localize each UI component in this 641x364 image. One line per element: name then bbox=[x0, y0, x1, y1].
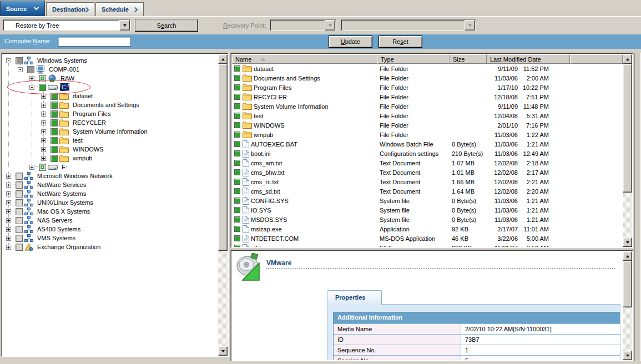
scroll-up-button[interactable] bbox=[218, 54, 228, 64]
tree-item-label[interactable]: wmpub bbox=[71, 154, 94, 162]
file-list-scrollbar[interactable] bbox=[623, 54, 632, 247]
file-name[interactable]: ntldr bbox=[251, 245, 263, 247]
file-name[interactable]: cms_am.txt bbox=[251, 160, 282, 166]
tree-scrollbar[interactable] bbox=[218, 54, 228, 356]
file-name[interactable]: cms_bhw.txt bbox=[251, 169, 285, 176]
expand-icon[interactable]: + bbox=[6, 218, 11, 223]
row-checkbox[interactable] bbox=[234, 150, 240, 156]
row-checkbox[interactable] bbox=[234, 141, 240, 147]
file-row[interactable]: Program FilesFile Folder1/17/1010:22 PM bbox=[232, 83, 623, 92]
tree-item-label[interactable]: WINDOWS bbox=[71, 145, 105, 153]
tree-item[interactable]: +wmpub bbox=[3, 154, 218, 163]
tree-item-label[interactable]: UNIX/Linux Systems bbox=[36, 199, 95, 206]
row-checkbox[interactable] bbox=[234, 235, 240, 241]
row-checkbox[interactable] bbox=[234, 113, 240, 119]
file-row[interactable]: msizap.exeApplication92 KB2/17/0711:01 A… bbox=[232, 224, 623, 234]
tab-source[interactable]: Source bbox=[0, 1, 45, 16]
file-name[interactable]: cms_rc.txt bbox=[251, 179, 279, 185]
tree-checkbox[interactable] bbox=[39, 164, 46, 171]
tree-item-label[interactable]: NAS Servers bbox=[36, 216, 74, 224]
tree-checkbox[interactable] bbox=[51, 137, 58, 144]
expand-icon[interactable]: + bbox=[41, 147, 46, 152]
details-scrollbar[interactable] bbox=[623, 251, 632, 360]
tree-checkbox[interactable] bbox=[16, 226, 23, 233]
update-button[interactable]: Update bbox=[329, 36, 372, 48]
expand-icon[interactable]: + bbox=[41, 156, 46, 161]
tree-item-label[interactable]: C: bbox=[60, 83, 69, 91]
row-checkbox[interactable] bbox=[234, 160, 240, 166]
file-row[interactable]: CONFIG.SYSSystem file0 Byte(s)11/03/061:… bbox=[232, 196, 623, 205]
file-name[interactable]: test bbox=[254, 113, 264, 119]
scroll-thumb[interactable] bbox=[623, 64, 632, 193]
restore-mode-select[interactable]: Restore by Tree bbox=[3, 19, 131, 31]
collapse-icon[interactable]: - bbox=[29, 85, 34, 90]
scroll-down-button[interactable] bbox=[218, 346, 228, 356]
tree-checkbox[interactable] bbox=[16, 57, 23, 64]
scroll-track[interactable] bbox=[623, 261, 632, 351]
row-checkbox[interactable] bbox=[234, 65, 240, 72]
row-checkbox[interactable] bbox=[234, 169, 240, 175]
expand-icon[interactable]: + bbox=[6, 209, 11, 214]
tree-checkbox[interactable] bbox=[16, 173, 23, 180]
tree-item[interactable]: +RAW bbox=[3, 74, 218, 83]
expand-icon[interactable]: + bbox=[6, 200, 11, 205]
tree-item[interactable]: +E: bbox=[3, 163, 218, 171]
scroll-down-button[interactable] bbox=[623, 237, 632, 247]
tree-item[interactable]: +Program Files bbox=[3, 109, 218, 118]
file-row[interactable]: ntldrFILE292 KB11/01/078:52 AM bbox=[232, 243, 623, 247]
row-checkbox[interactable] bbox=[234, 103, 240, 109]
tree-checkbox[interactable] bbox=[16, 217, 23, 224]
row-checkbox[interactable] bbox=[234, 226, 240, 232]
scroll-track[interactable] bbox=[623, 64, 632, 237]
expand-icon[interactable]: + bbox=[6, 174, 11, 179]
column-header-size[interactable]: Size bbox=[450, 54, 487, 64]
file-row[interactable]: testFile Folder12/04/085:31 AM bbox=[232, 111, 623, 120]
expand-icon[interactable]: + bbox=[29, 76, 34, 81]
scroll-thumb[interactable] bbox=[218, 64, 228, 251]
expand-icon[interactable]: + bbox=[6, 245, 11, 250]
tree-checkbox[interactable] bbox=[51, 128, 58, 135]
row-checkbox[interactable] bbox=[234, 132, 240, 138]
file-name[interactable]: IO.SYS bbox=[251, 207, 271, 214]
tree-checkbox[interactable] bbox=[16, 208, 23, 215]
tree-checkbox[interactable] bbox=[51, 93, 58, 100]
tree-item[interactable]: -Windows Systems bbox=[3, 56, 218, 65]
tree-item-label[interactable]: RAW bbox=[59, 74, 76, 82]
scroll-up-button[interactable] bbox=[623, 54, 632, 64]
file-row[interactable]: IO.SYSSystem file0 Byte(s)11/03/061:21 A… bbox=[232, 205, 623, 215]
column-header-last-modified[interactable]: Last Modified Date bbox=[487, 54, 570, 64]
column-header-name[interactable]: Name bbox=[232, 54, 377, 64]
computer-name-input[interactable] bbox=[58, 37, 131, 47]
tree-checkbox[interactable] bbox=[51, 102, 58, 109]
tree-item[interactable]: -C: bbox=[3, 83, 218, 92]
tree-item-label[interactable]: System Volume Information bbox=[71, 128, 149, 135]
file-name[interactable]: Documents and Settings bbox=[254, 75, 320, 82]
scroll-track[interactable] bbox=[218, 64, 228, 346]
tree-item-label[interactable]: VMS Systems bbox=[36, 234, 77, 242]
tree-item[interactable]: +Microsoft Windows Network bbox=[3, 171, 218, 180]
tree-item-label[interactable]: dataset bbox=[71, 92, 94, 100]
file-row[interactable]: cms_bhw.txtText Document1.01 MB12/02/082… bbox=[232, 168, 623, 177]
file-name[interactable]: wmpub bbox=[254, 132, 273, 138]
expand-icon[interactable]: + bbox=[29, 165, 34, 170]
file-row[interactable]: System Volume InformationFile Folder9/11… bbox=[232, 102, 623, 111]
tab-properties[interactable]: Properties bbox=[327, 290, 382, 305]
file-row[interactable]: cms_sd.txtText Document1.64 MB12/02/082:… bbox=[232, 186, 623, 196]
tree-item[interactable]: +VMS Systems bbox=[3, 234, 218, 242]
file-row[interactable]: AUTOEXEC.BATWindows Batch File0 Byte(s)1… bbox=[232, 139, 623, 149]
file-name[interactable]: MSDOS.SYS bbox=[251, 216, 287, 223]
tree-checkbox[interactable] bbox=[39, 75, 46, 82]
expand-icon[interactable]: + bbox=[41, 120, 46, 125]
row-checkbox[interactable] bbox=[234, 84, 240, 90]
file-name[interactable]: WINDOWS bbox=[254, 122, 285, 129]
file-name[interactable]: msizap.exe bbox=[251, 226, 282, 232]
tree-item-label[interactable]: Program Files bbox=[71, 110, 112, 118]
file-row[interactable]: RECYCLERFile Folder12/18/087:51 PM bbox=[232, 92, 623, 102]
tree-item-label[interactable]: Microsoft Windows Network bbox=[36, 172, 114, 180]
tree-item[interactable]: +dataset bbox=[3, 92, 218, 100]
tree-checkbox[interactable] bbox=[16, 244, 23, 251]
tree-item[interactable]: +Exchange Organization bbox=[3, 242, 218, 251]
file-row[interactable]: datasetFile Folder9/11/0911:52 PM bbox=[232, 64, 623, 73]
expand-icon[interactable]: + bbox=[6, 236, 11, 241]
expand-icon[interactable]: + bbox=[41, 103, 46, 108]
